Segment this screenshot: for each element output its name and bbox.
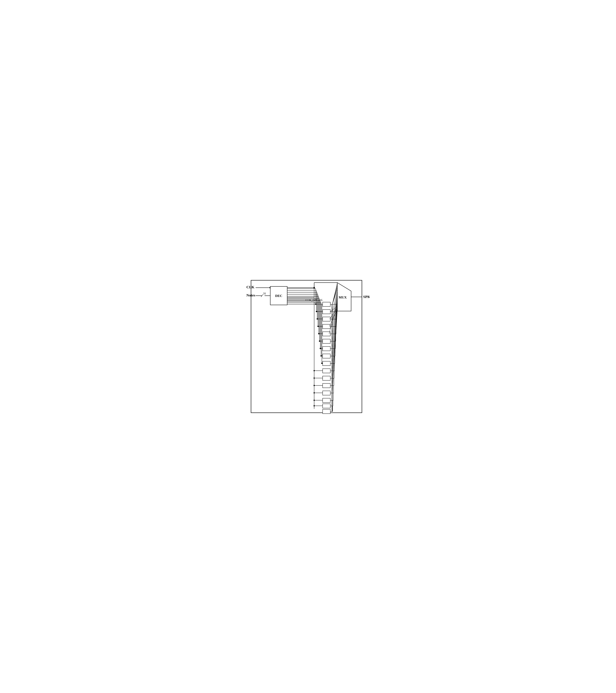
svg-point-153 (319, 340, 320, 342)
svg-rect-83 (323, 376, 330, 380)
bus-width-label: 16 (263, 292, 266, 295)
dec-label: DEC (275, 294, 282, 298)
svg-point-149 (316, 311, 317, 312)
svg-rect-17 (323, 302, 330, 306)
svg-rect-93 (323, 391, 330, 395)
svg-point-148 (315, 303, 316, 305)
svg-rect-58 (323, 346, 330, 351)
svg-rect-23 (323, 310, 330, 314)
svg-rect-78 (323, 369, 330, 373)
svg-point-156 (321, 363, 322, 364)
svg-rect-72 (323, 361, 330, 365)
svg-line-147 (332, 311, 337, 393)
diagram-container: CLK Notes 16 DEC CLK_DIV x16 MUX SPKR (246, 277, 370, 416)
svg-rect-98 (323, 398, 330, 402)
svg-point-154 (320, 348, 321, 349)
svg-rect-37 (323, 324, 330, 329)
spkr-label: SPKR (363, 295, 370, 299)
svg-rect-65 (323, 354, 330, 358)
svg-point-155 (320, 355, 322, 357)
svg-rect-106 (323, 409, 330, 414)
svg-rect-88 (323, 383, 330, 388)
svg-point-152 (318, 333, 319, 334)
svg-point-151 (317, 326, 319, 327)
notes-label: Notes (246, 293, 255, 297)
svg-rect-51 (323, 339, 330, 343)
clk-label: CLK (246, 285, 254, 289)
svg-rect-103 (323, 404, 330, 408)
mux-label: MUX (339, 295, 347, 299)
svg-point-150 (317, 318, 318, 320)
svg-rect-30 (323, 317, 330, 321)
